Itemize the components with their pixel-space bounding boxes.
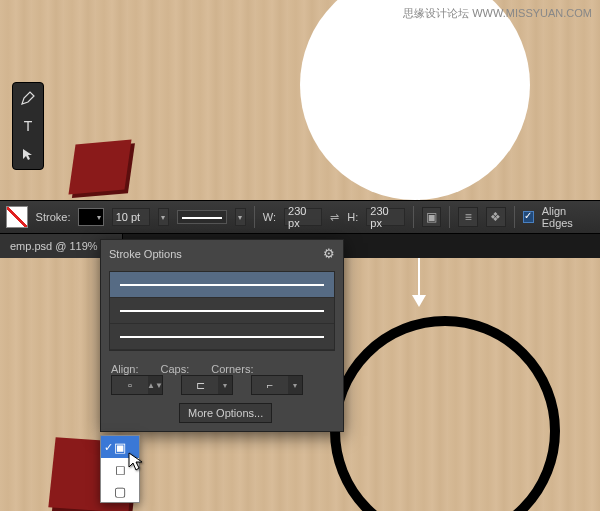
stroke-style-dropdown[interactable] [177,210,227,224]
divider [449,206,450,228]
width-input[interactable]: 230 px [284,208,322,226]
corners-label: Corners: [211,363,253,375]
canvas-object-cube[interactable] [68,140,131,195]
height-input[interactable]: 230 px [366,208,404,226]
path-arrangement-icon[interactable]: ❖ [486,207,506,227]
stroke-style-dropdown-arrow[interactable]: ▾ [235,208,246,226]
divider [514,206,515,228]
stroke-label: Stroke: [36,211,71,223]
align-dropdown-list: ▣ ◻ ▢ [100,435,140,503]
stroke-width-input[interactable]: 10 pt [112,208,150,226]
height-label: H: [347,211,358,223]
align-edges-checkbox[interactable] [523,211,534,223]
options-bar: Stroke: 10 pt ▾ ▾ W: 230 px ⇌ H: 230 px … [0,200,600,234]
caps-dropdown[interactable]: ⊏▾ [181,375,233,395]
pen-tool-icon[interactable] [17,87,39,109]
divider [254,206,255,228]
tool-palette: T [12,82,44,170]
fill-swatch-none[interactable] [6,206,28,228]
stroke-style-dotted[interactable] [110,324,334,350]
stroke-style-list [109,271,335,351]
watermark-text: 思缘设计论坛 WWW.MISSYUAN.COM [403,6,592,21]
popover-title: Stroke Options [109,248,182,260]
stroke-style-solid[interactable] [110,272,334,298]
path-operations-icon[interactable]: ▣ [422,207,442,227]
align-label: Align: [111,363,139,375]
gear-icon[interactable]: ⚙ [323,246,335,261]
align-option-outside[interactable]: ▢ [101,480,139,502]
align-option-center[interactable]: ◻ [101,458,139,480]
link-wh-icon[interactable]: ⇌ [330,211,339,224]
stroke-options-popover: Stroke Options ⚙ Align: Caps: Corners: ▫… [100,239,344,432]
align-dropdown[interactable]: ▫▲▼ [111,375,163,395]
width-label: W: [263,211,276,223]
stroke-width-stepper[interactable]: ▾ [158,208,169,226]
align-option-inside[interactable]: ▣ [101,436,139,458]
divider [413,206,414,228]
caps-label: Caps: [161,363,190,375]
corners-dropdown[interactable]: ⌐▾ [251,375,303,395]
path-selection-tool-icon[interactable] [17,143,39,165]
path-alignment-icon[interactable]: ≡ [458,207,478,227]
stroke-color-picker[interactable] [78,208,103,226]
stroke-style-dashed[interactable] [110,298,334,324]
more-options-button[interactable]: More Options... [179,403,272,423]
align-edges-label: Align Edges [542,205,594,229]
type-tool-icon[interactable]: T [17,115,39,137]
